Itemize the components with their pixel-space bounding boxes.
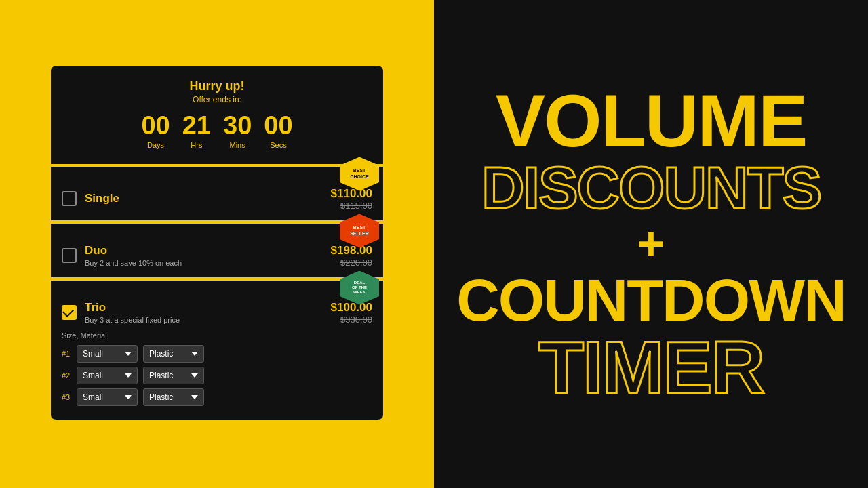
trio-price-current: $100.00 [331,301,372,314]
variant-row-2: #2 SmallMediumLarge PlasticMetalWood [62,367,372,384]
single-option-left: Single [62,191,119,206]
days-unit: 00 Days [141,113,170,149]
mins-label: Mins [230,141,245,149]
single-price-original: $115.00 [331,201,372,211]
secs-label: Secs [270,141,286,149]
promo-line5: TIMER [456,330,845,405]
trio-name: Trio [85,301,180,314]
variant-3-material-select[interactable]: PlasticMetalWood [143,388,204,406]
variants-label: Size, Material [62,331,372,340]
widget-container: Hurry up! Offer ends in: 00 Days 21 Hrs … [51,66,383,423]
variants-section: Size, Material #1 SmallMediumLarge Plast… [62,331,372,406]
variant-2-material-select[interactable]: PlasticMetalWood [143,367,204,384]
trio-subtitle: Buy 3 at a special fixed price [85,316,180,324]
left-panel: Hurry up! Offer ends in: 00 Days 21 Hrs … [0,0,434,488]
single-name: Single [85,192,119,205]
countdown-box: Hurry up! Offer ends in: 00 Days 21 Hrs … [51,66,383,164]
option-row-trio: DEALOF THEWEEK Trio Buy 3 at a special f… [51,281,383,421]
variant-3-size-select[interactable]: SmallMediumLarge [77,388,138,406]
variant-2-size-select[interactable]: SmallMediumLarge [77,367,138,384]
trio-checkbox[interactable] [62,305,77,320]
days-value: 00 [141,113,170,138]
promo-text: VOLUME DISCOUNTS + COUNTDOWN TIMER [456,83,845,405]
timer-row: 00 Days 21 Hrs 30 Mins 00 Secs [71,113,363,149]
trio-option-header: Trio Buy 3 at a special fixed price $100… [62,301,372,325]
variant-row-3: #3 SmallMediumLarge PlasticMetalWood [62,388,372,406]
trio-price-original: $330.00 [331,314,372,325]
hrs-unit: 21 Hrs [182,113,211,149]
hurry-title: Hurry up! [71,79,363,94]
right-panel: VOLUME DISCOUNTS + COUNTDOWN TIMER [434,0,868,488]
days-label: Days [147,141,164,149]
duo-price-block: $198.00 $220.00 [331,244,372,268]
duo-name: Duo [85,244,182,258]
secs-unit: 00 Secs [264,113,292,149]
single-price-current: $110.00 [331,187,372,201]
trio-price-block: $100.00 $330.00 [331,301,372,325]
trio-option-left: Trio Buy 3 at a special fixed price [62,301,180,324]
duo-subtitle: Buy 2 and save 10% on each [85,259,182,267]
duo-option-header: Duo Buy 2 and save 10% on each $198.00 $… [62,244,372,268]
mins-value: 30 [223,113,252,138]
single-price-block: $110.00 $115.00 [331,187,372,211]
single-checkbox[interactable] [62,191,77,206]
variant-1-size-select[interactable]: SmallMediumLarge [77,345,138,363]
promo-line2: DISCOUNTS [456,158,845,218]
single-option-header: Single $110.00 $115.00 [62,187,372,211]
variant-row-1: #1 SmallMediumLarge PlasticMetalWood [62,345,372,363]
promo-line4: COUNTDOWN [456,270,845,330]
secs-value: 00 [264,113,292,138]
duo-option-left: Duo Buy 2 and save 10% on each [62,244,182,267]
mins-unit: 30 Mins [223,113,252,149]
hrs-value: 21 [182,113,211,138]
offer-ends-label: Offer ends in: [71,95,363,104]
promo-line3: + [456,220,845,268]
duo-price-current: $198.00 [331,244,372,258]
duo-checkbox[interactable] [62,248,77,263]
promo-line1: VOLUME [456,83,845,158]
hrs-label: Hrs [191,141,202,149]
option-row-duo: BESTSELLER Duo Buy 2 and save 10% on eac… [51,224,383,279]
option-row-single: BESTCHOICE Single $110.00 $115.00 [51,167,383,222]
variant-num-2: #2 [62,371,71,380]
variant-1-material-select[interactable]: PlasticMetalWood [143,345,204,363]
variant-num-3: #3 [62,393,71,401]
duo-price-original: $220.00 [331,258,372,268]
variant-num-1: #1 [62,350,71,358]
